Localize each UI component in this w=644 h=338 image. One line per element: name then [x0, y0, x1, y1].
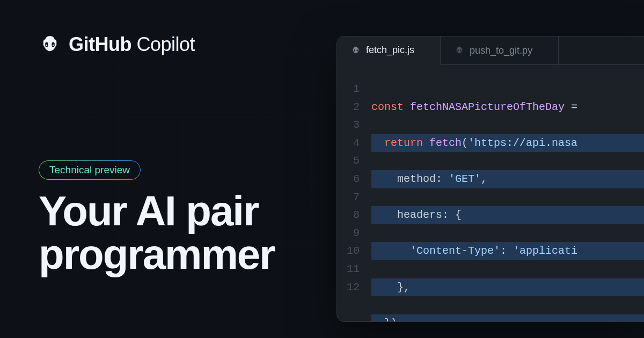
tab-filename: push_to_git.py [470, 45, 532, 56]
line-number: 3 [337, 116, 360, 134]
line-number: 5 [337, 152, 360, 170]
logo-brand: GitHub [69, 33, 131, 55]
code-editor: fetch_pic.js push_to_git.py 1 2 3 4 5 [336, 36, 644, 322]
line-number: 7 [337, 188, 360, 207]
line-number: 4 [337, 134, 360, 152]
code-content: const fetchNASAPictureOfTheDay = return … [371, 80, 644, 322]
line-number: 2 [337, 98, 360, 116]
editor-tabs: fetch_pic.js push_to_git.py [337, 36, 644, 65]
line-number-gutter: 1 2 3 4 5 6 7 8 9 10 11 12 [337, 80, 371, 322]
headline-line-2: programmer [39, 231, 274, 278]
code-line: headers: { [371, 206, 644, 224]
code-line: method: 'GET', [371, 170, 644, 188]
code-line: 'Content-Type': 'applicati [371, 242, 644, 260]
logo: GitHub Copilot [39, 33, 322, 56]
code-line: return fetch('https://api.nasa [371, 134, 644, 152]
line-number: 6 [337, 170, 360, 188]
code-line: }) [371, 314, 644, 322]
copilot-icon [455, 46, 464, 55]
copilot-icon [39, 33, 61, 56]
tab-filename: fetch_pic.js [366, 45, 414, 56]
badge-label: Technical preview [39, 160, 141, 180]
line-number: 12 [337, 278, 360, 297]
line-number: 10 [337, 242, 360, 260]
logo-text: GitHub Copilot [69, 33, 195, 56]
logo-product: Copilot [137, 33, 195, 55]
tab-fetch-pic[interactable]: fetch_pic.js [337, 36, 441, 65]
page-headline: Your AI pair programmer [39, 189, 322, 276]
headline-line-1: Your AI pair [39, 187, 258, 234]
main-container: GitHub Copilot Technical preview Your AI… [0, 0, 644, 338]
line-number: 11 [337, 260, 360, 278]
tab-push-to-git[interactable]: push_to_git.py [441, 36, 559, 64]
code-line: const fetchNASAPictureOfTheDay = [371, 98, 644, 116]
line-number: 9 [337, 224, 360, 243]
hero-right: fetch_pic.js push_to_git.py 1 2 3 4 5 [322, 0, 644, 338]
code-area[interactable]: 1 2 3 4 5 6 7 8 9 10 11 12 const fetchNA… [337, 65, 644, 322]
hero-left: GitHub Copilot Technical preview Your AI… [0, 0, 322, 338]
technical-preview-badge: Technical preview [39, 160, 141, 180]
code-line: }, [371, 278, 644, 297]
line-number: 1 [337, 80, 360, 98]
copilot-icon [351, 46, 361, 55]
line-number: 8 [337, 206, 360, 224]
